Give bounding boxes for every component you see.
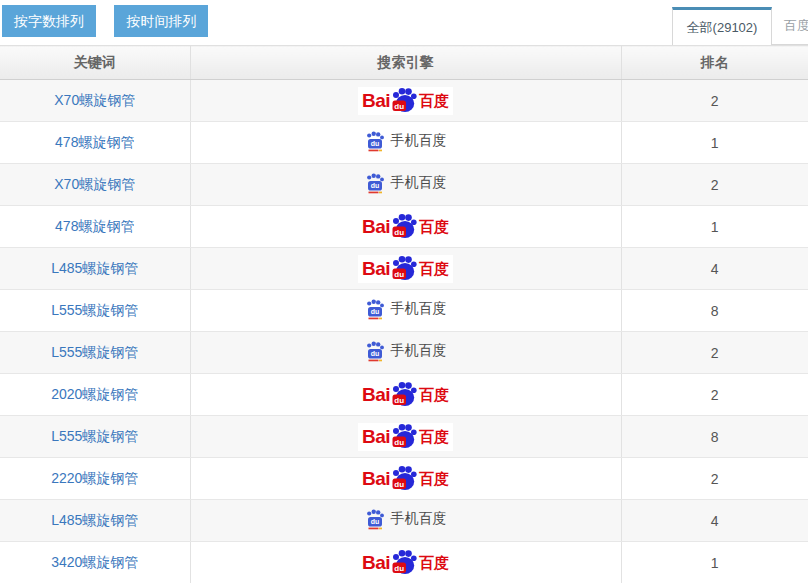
baidu-logo-bai-text: Bai bbox=[362, 385, 390, 404]
rank-value: 1 bbox=[711, 219, 719, 235]
keyword-cell: X70螺旋钢管 bbox=[0, 164, 190, 206]
keyword-link[interactable]: L555螺旋钢管 bbox=[51, 302, 138, 318]
table-row: L485螺旋钢管 Bai du 百度 bbox=[0, 248, 808, 290]
baidu-logo: Bai du 百度 bbox=[358, 213, 453, 241]
engine-cell: du 手机百度 bbox=[190, 164, 621, 206]
svg-text:du: du bbox=[370, 308, 379, 315]
mobile-baidu: du 手机百度 bbox=[365, 299, 447, 320]
mobile-baidu-icon: du bbox=[365, 509, 386, 530]
keyword-cell: L485螺旋钢管 bbox=[0, 248, 190, 290]
keyword-ranking-page: 按字数排列 按时间排列 全部(29102) 百度 关键词 搜索引擎 排名 X70… bbox=[0, 0, 808, 583]
keyword-cell: L555螺旋钢管 bbox=[0, 416, 190, 458]
rank-cell: 2 bbox=[621, 80, 808, 122]
engine-cell: du 手机百度 bbox=[190, 500, 621, 542]
keyword-link[interactable]: L555螺旋钢管 bbox=[51, 344, 138, 360]
keyword-link[interactable]: L555螺旋钢管 bbox=[51, 428, 138, 444]
baidu-logo: Bai du 百度 bbox=[358, 549, 453, 577]
rank-value: 4 bbox=[711, 261, 719, 277]
baidu-logo: Bai du 百度 bbox=[358, 255, 453, 283]
keyword-cell: X70螺旋钢管 bbox=[0, 80, 190, 122]
baidu-logo-bai-text: Bai bbox=[362, 217, 390, 236]
rank-cell: 8 bbox=[621, 290, 808, 332]
tab-all[interactable]: 全部(29102) bbox=[672, 7, 772, 45]
mobile-baidu-label: 手机百度 bbox=[391, 174, 447, 192]
engine-cell: Bai du 百度 bbox=[190, 206, 621, 248]
engine-cell: du 手机百度 bbox=[190, 332, 621, 374]
baidu-logo-bai-text: Bai bbox=[362, 553, 390, 572]
svg-text:du: du bbox=[394, 396, 404, 405]
baidu-paw-icon: du bbox=[391, 255, 418, 282]
column-header-engine: 搜索引擎 bbox=[190, 46, 621, 80]
mobile-baidu-icon: du bbox=[365, 173, 386, 194]
table-header-row: 关键词 搜索引擎 排名 bbox=[0, 46, 808, 80]
mobile-baidu: du 手机百度 bbox=[365, 509, 447, 530]
engine-cell: Bai du 百度 bbox=[190, 416, 621, 458]
table-row: 3420螺旋钢管 Bai du 百度 bbox=[0, 542, 808, 583]
mobile-baidu-icon: du bbox=[365, 341, 386, 362]
keyword-link[interactable]: 478螺旋钢管 bbox=[55, 218, 134, 234]
sort-by-time-button[interactable]: 按时间排列 bbox=[114, 5, 208, 37]
rank-value: 2 bbox=[711, 93, 719, 109]
keyword-link[interactable]: 478螺旋钢管 bbox=[55, 134, 134, 150]
engine-cell: Bai du 百度 bbox=[190, 458, 621, 500]
keyword-cell: 3420螺旋钢管 bbox=[0, 542, 190, 583]
baidu-logo-cn-text: 百度 bbox=[419, 93, 449, 108]
rank-value: 1 bbox=[711, 555, 719, 571]
baidu-logo-cn-text: 百度 bbox=[419, 219, 449, 234]
baidu-logo-bai-text: Bai bbox=[362, 259, 390, 278]
baidu-logo-cn-text: 百度 bbox=[419, 555, 449, 570]
table-row: L555螺旋钢管 bbox=[0, 332, 808, 374]
rank-value: 2 bbox=[711, 345, 719, 361]
rank-value: 2 bbox=[711, 177, 719, 193]
keyword-cell: 2220螺旋钢管 bbox=[0, 458, 190, 500]
column-header-rank: 排名 bbox=[621, 46, 808, 80]
svg-text:du: du bbox=[394, 228, 404, 237]
svg-text:du: du bbox=[394, 270, 404, 279]
baidu-logo-bai-text: Bai bbox=[362, 427, 390, 446]
table-row: L555螺旋钢管 bbox=[0, 290, 808, 332]
keyword-link[interactable]: 2020螺旋钢管 bbox=[51, 386, 138, 402]
table-row: 2220螺旋钢管 Bai du 百度 bbox=[0, 458, 808, 500]
rank-value: 8 bbox=[711, 303, 719, 319]
keyword-cell: 478螺旋钢管 bbox=[0, 206, 190, 248]
keyword-cell: L485螺旋钢管 bbox=[0, 500, 190, 542]
baidu-logo-cn-text: 百度 bbox=[419, 471, 449, 486]
baidu-logo: Bai du 百度 bbox=[358, 423, 453, 451]
baidu-paw-icon: du bbox=[391, 549, 418, 576]
mobile-baidu: du 手机百度 bbox=[365, 131, 447, 152]
tab-baidu[interactable]: 百度 bbox=[772, 7, 808, 45]
keyword-link[interactable]: 2220螺旋钢管 bbox=[51, 470, 138, 486]
mobile-baidu: du 手机百度 bbox=[365, 173, 447, 194]
keyword-link[interactable]: 3420螺旋钢管 bbox=[51, 554, 138, 570]
baidu-logo: Bai du 百度 bbox=[358, 465, 453, 493]
keyword-cell: 2020螺旋钢管 bbox=[0, 374, 190, 416]
svg-text:du: du bbox=[370, 518, 379, 525]
rank-value: 4 bbox=[711, 513, 719, 529]
engine-cell: du 手机百度 bbox=[190, 122, 621, 164]
rank-cell: 2 bbox=[621, 374, 808, 416]
mobile-baidu-icon: du bbox=[365, 299, 386, 320]
engine-cell: Bai du 百度 bbox=[190, 248, 621, 290]
keyword-link[interactable]: L485螺旋钢管 bbox=[51, 260, 138, 276]
mobile-baidu-label: 手机百度 bbox=[391, 510, 447, 528]
baidu-logo: Bai du 百度 bbox=[358, 381, 453, 409]
rank-value: 1 bbox=[711, 135, 719, 151]
mobile-baidu-label: 手机百度 bbox=[391, 300, 447, 318]
column-header-keyword: 关键词 bbox=[0, 46, 190, 80]
keyword-link[interactable]: X70螺旋钢管 bbox=[54, 176, 135, 192]
rank-cell: 1 bbox=[621, 206, 808, 248]
baidu-paw-icon: du bbox=[391, 213, 418, 240]
baidu-paw-icon: du bbox=[391, 381, 418, 408]
svg-text:du: du bbox=[394, 102, 404, 111]
svg-text:du: du bbox=[394, 438, 404, 447]
rank-cell: 2 bbox=[621, 458, 808, 500]
keyword-link[interactable]: X70螺旋钢管 bbox=[54, 92, 135, 108]
table-row: X70螺旋钢管 Bai du 百度 bbox=[0, 80, 808, 122]
svg-text:du: du bbox=[370, 350, 379, 357]
baidu-logo-bai-text: Bai bbox=[362, 469, 390, 488]
engine-cell: du 手机百度 bbox=[190, 290, 621, 332]
svg-text:du: du bbox=[370, 140, 379, 147]
sort-by-chars-button[interactable]: 按字数排列 bbox=[2, 5, 96, 37]
keyword-link[interactable]: L485螺旋钢管 bbox=[51, 512, 138, 528]
rank-cell: 2 bbox=[621, 332, 808, 374]
